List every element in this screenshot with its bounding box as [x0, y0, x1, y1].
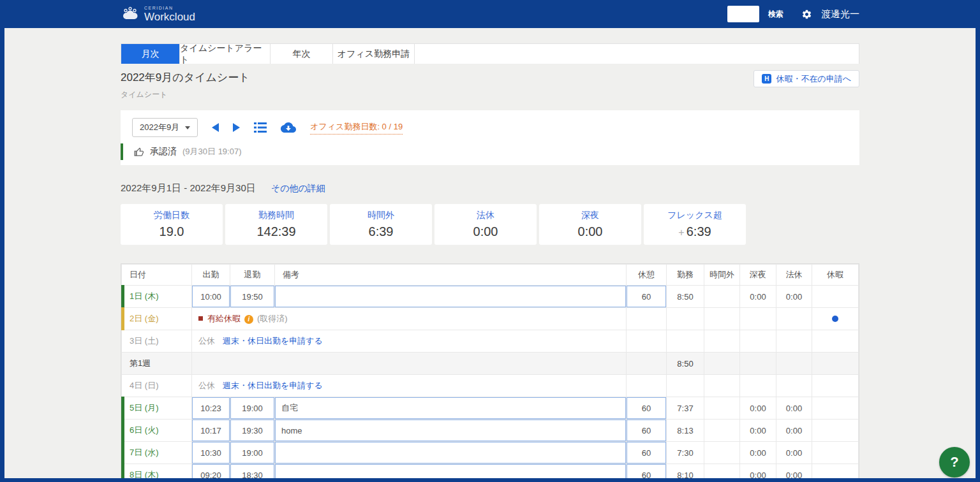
late-night-cell — [740, 308, 776, 330]
cloud-download-icon[interactable] — [281, 122, 296, 133]
clock-in-input[interactable]: 10:17 — [192, 420, 230, 442]
info-icon[interactable]: i — [244, 315, 253, 324]
date-cell: 7日 (水) — [122, 442, 192, 464]
leave-cell — [812, 308, 859, 330]
late-night-cell: 0:00 — [740, 397, 776, 420]
summary-cards: 労働日数 19.0 勤務時間 142:39 時間外 6:39 法休 0:00 深… — [121, 204, 859, 245]
break-cell — [627, 308, 667, 330]
page-subtitle: タイムシート — [121, 89, 250, 100]
tab-office-work-request[interactable]: オフィス勤務申請 — [333, 44, 415, 64]
break-input[interactable]: 60 — [627, 286, 667, 308]
overtime-cell — [704, 375, 740, 397]
timesheet-table: 日付出勤退勤備考休憩勤務時間外深夜法休休暇 1日 (木)10:0019:5060… — [121, 263, 859, 482]
user-name[interactable]: 渡邊光一 — [821, 8, 859, 20]
late-night-cell — [740, 375, 776, 397]
column-header-0: 日付 — [122, 265, 192, 286]
leave-absence-request-button[interactable]: H 休暇・不在の申請へ — [754, 70, 859, 87]
card-label: 時間外 — [368, 210, 394, 221]
work-hours-cell: 7:37 — [667, 397, 704, 420]
week-span-cell — [192, 353, 627, 375]
note-input[interactable] — [275, 286, 627, 308]
tab-monthly[interactable]: 月次 — [121, 44, 180, 64]
break-input[interactable]: 60 — [627, 397, 667, 420]
work-hours-cell: 8:50 — [667, 286, 704, 308]
search-input[interactable] — [727, 6, 759, 22]
next-month-button[interactable] — [233, 123, 240, 132]
note-input[interactable] — [275, 442, 627, 464]
list-view-icon[interactable] — [254, 122, 267, 133]
clock-out-input[interactable]: 19:00 — [230, 442, 275, 464]
clock-out-input[interactable]: 19:00 — [230, 397, 275, 420]
work-hours-cell: 8:13 — [667, 420, 704, 442]
late-night-cell: 0:00 — [740, 420, 776, 442]
gear-icon[interactable] — [801, 9, 812, 20]
weekend-holiday-work-request-link[interactable]: 週末・休日出勤を申請する — [223, 336, 323, 346]
month-selector-value: 2022年9月 — [140, 122, 179, 133]
table-row: 第1週8:50 — [122, 353, 859, 375]
month-selector-dropdown[interactable]: 2022年9月 — [132, 118, 198, 137]
leave-absence-request-label: 休暇・不在の申請へ — [776, 73, 851, 85]
clock-out-input[interactable]: 19:50 — [230, 286, 275, 308]
table-row: 1日 (木)10:0019:50608:500:000:00 — [122, 286, 859, 308]
approval-timestamp: (9月30日 19:07) — [182, 146, 242, 157]
day-status-cell: 有給休暇i(取得済) — [192, 308, 627, 330]
holiday-icon: H — [762, 74, 771, 84]
break-cell — [627, 330, 667, 353]
table-row: 8日 (木)09:2018:30608:100:000:00 — [122, 464, 859, 482]
clock-out-input[interactable]: 19:30 — [230, 420, 275, 442]
clock-in-input[interactable]: 10:23 — [192, 397, 230, 420]
table-row: 4日 (日)公休週末・休日出勤を申請する — [122, 375, 859, 397]
legal-holiday-cell: 0:00 — [776, 420, 812, 442]
card-label: 労働日数 — [154, 210, 189, 221]
week-label-cell: 第1週 — [122, 353, 192, 375]
break-cell — [627, 375, 667, 397]
office-work-days-link[interactable]: オフィス勤務日数: 0 / 19 — [310, 121, 403, 135]
break-input[interactable]: 60 — [627, 420, 667, 442]
thumbs-up-icon — [133, 147, 144, 157]
tab-timesheet-alerts[interactable]: タイムシートアラート — [180, 44, 271, 64]
date-cell: 6日 (火) — [122, 420, 192, 442]
previous-month-button[interactable] — [212, 123, 219, 132]
leave-cell — [812, 464, 859, 482]
break-input[interactable]: 60 — [627, 464, 667, 482]
column-header-2: 退勤 — [230, 265, 275, 286]
tab-yearly[interactable]: 年次 — [271, 44, 333, 64]
clock-out-input[interactable]: 18:30 — [230, 464, 275, 482]
workcloud-logo: CERIDIAN Workcloud — [121, 6, 195, 22]
search-label: 検索 — [768, 9, 783, 20]
other-details-link[interactable]: その他の詳細 — [271, 183, 325, 194]
work-hours-cell: 7:30 — [667, 442, 704, 464]
column-header-7: 深夜 — [740, 265, 776, 286]
card-value: 0:00 — [578, 224, 603, 239]
column-header-8: 法休 — [776, 265, 812, 286]
work-hours-cell — [667, 330, 704, 353]
clock-in-input[interactable]: 10:00 — [192, 286, 230, 308]
card-value: 19.0 — [160, 224, 184, 239]
approval-status-bar: 承認済 (9月30日 19:07) — [121, 143, 859, 160]
date-cell: 2日 (金) — [122, 308, 192, 330]
brand-workcloud-label: Workcloud — [144, 11, 195, 22]
chevron-down-icon — [185, 126, 190, 129]
legal-holiday-cell: 0:00 — [776, 442, 812, 464]
weekend-holiday-work-request-link[interactable]: 週末・休日出勤を申請する — [223, 381, 323, 390]
card-value: 0:00 — [473, 224, 498, 239]
public-holiday-label: 公休 — [198, 336, 215, 346]
column-header-6: 時間外 — [704, 265, 740, 286]
break-input[interactable]: 60 — [627, 442, 667, 464]
clock-in-input[interactable]: 09:20 — [192, 464, 230, 482]
overtime-cell — [704, 330, 740, 353]
note-input[interactable]: 自宅 — [275, 397, 627, 420]
legal-holiday-cell — [776, 375, 812, 397]
work-hours-cell — [667, 375, 704, 397]
overtime-cell — [704, 420, 740, 442]
note-input[interactable]: home — [275, 420, 627, 442]
leave-dot-icon — [832, 316, 838, 322]
column-header-5: 勤務 — [667, 265, 704, 286]
date-cell: 4日 (日) — [122, 375, 192, 397]
help-button[interactable]: ? — [939, 447, 970, 478]
work-hours-cell: 8:10 — [667, 464, 704, 482]
legal-holiday-cell: 0:00 — [776, 286, 812, 308]
clock-in-input[interactable]: 10:30 — [192, 442, 230, 464]
note-input[interactable] — [275, 464, 627, 482]
card-label: 法休 — [477, 210, 494, 221]
